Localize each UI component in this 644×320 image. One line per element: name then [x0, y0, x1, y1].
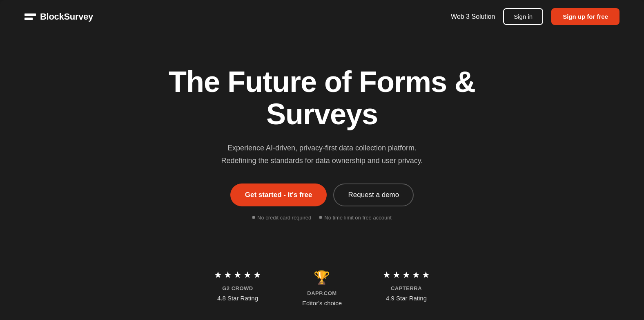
logo-bar-bottom: [25, 18, 33, 20]
logo-text: BlockSurvey: [40, 11, 93, 22]
hero-subtitle-line2: Redefining the standards for data owners…: [221, 157, 423, 165]
disclaimer-dot-2: [319, 216, 322, 219]
rating-dapp: 🏆 DAPP.COM Editor's choice: [302, 270, 342, 307]
hero-disclaimer: No credit card required No time limit on…: [252, 215, 392, 221]
page-wrapper: BlockSurvey Web 3 Solution Sign in Sign …: [0, 0, 644, 320]
rating-g2: ★ ★ ★ ★ ★ G2 CROWD 4.8 Star Rating: [214, 270, 261, 302]
hero-subtitle-line1: Experience AI-driven, privacy-first data…: [227, 144, 417, 152]
dapp-value: Editor's choice: [302, 300, 342, 307]
g2-value: 4.8 Star Rating: [217, 295, 258, 302]
nav-right: Web 3 Solution Sign in Sign up for free: [451, 8, 619, 25]
capterra-value: 4.9 Star Rating: [386, 295, 427, 302]
hero-buttons: Get started - it's free Request a demo: [230, 183, 414, 206]
request-demo-button[interactable]: Request a demo: [333, 183, 414, 206]
signup-button[interactable]: Sign up for free: [551, 8, 619, 25]
hero-section: The Future of Forms & Surveys Experience…: [0, 33, 644, 262]
rating-capterra: ★ ★ ★ ★ ★ CAPTERRA 4.9 Star Rating: [383, 270, 430, 302]
disclaimer-item-2: No time limit on free account: [319, 215, 392, 221]
logo[interactable]: BlockSurvey: [25, 11, 93, 22]
dapp-source: DAPP.COM: [307, 290, 336, 296]
navbar: BlockSurvey Web 3 Solution Sign in Sign …: [0, 0, 644, 33]
disclaimer-text-1: No credit card required: [257, 215, 311, 221]
g2-stars: ★ ★ ★ ★ ★: [214, 270, 261, 280]
disclaimer-item-1: No credit card required: [252, 215, 311, 221]
hero-subtitle: Experience AI-driven, privacy-first data…: [221, 142, 423, 167]
logo-bar-top: [25, 13, 36, 16]
nav-web3[interactable]: Web 3 Solution: [451, 13, 495, 20]
trophy-icon: 🏆: [314, 270, 330, 285]
capterra-source: CAPTERRA: [391, 285, 422, 291]
capterra-stars: ★ ★ ★ ★ ★: [383, 270, 430, 280]
g2-source: G2 CROWD: [222, 285, 253, 291]
signin-button[interactable]: Sign in: [503, 8, 543, 25]
disclaimer-dot-1: [252, 216, 255, 219]
disclaimer-text-2: No time limit on free account: [324, 215, 392, 221]
hero-title: The Future of Forms & Surveys: [138, 66, 506, 130]
logo-icon: [25, 13, 36, 20]
ratings-section: ★ ★ ★ ★ ★ G2 CROWD 4.8 Star Rating 🏆 DAP…: [0, 262, 644, 320]
get-started-button[interactable]: Get started - it's free: [230, 183, 327, 206]
